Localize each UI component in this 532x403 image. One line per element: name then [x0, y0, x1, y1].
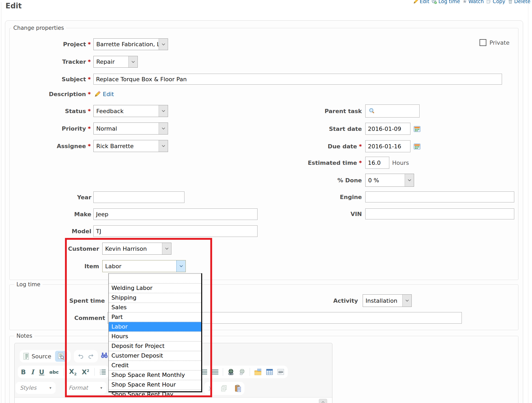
- toolbar-separator: [94, 368, 95, 376]
- paste-icon[interactable]: [235, 385, 241, 392]
- redo-icon[interactable]: [88, 354, 94, 359]
- dropdown-option[interactable]: Shop Space Rent Day: [109, 389, 201, 399]
- subscript-button[interactable]: X2: [69, 368, 77, 376]
- source-button-group: Source: [20, 350, 71, 363]
- dropdown-option[interactable]: Credit: [109, 360, 201, 370]
- parent-task-input[interactable]: [365, 104, 420, 118]
- watch-action[interactable]: ★ Watch: [462, 0, 484, 4]
- calendar-icon[interactable]: [414, 143, 421, 150]
- project-select[interactable]: Barrette Fabrication, LLC: [93, 38, 168, 50]
- tracker-select[interactable]: Repair: [93, 56, 138, 68]
- chevron-down-icon: ▾: [49, 386, 51, 390]
- due-date-input[interactable]: 2016-01-16: [365, 140, 410, 152]
- strikethrough-button[interactable]: abc: [49, 369, 59, 375]
- unlink-icon[interactable]: [239, 369, 246, 375]
- delete-action[interactable]: Delete: [508, 0, 530, 4]
- issue-edit-page: Edit Log time ★ Watch Copy Delete Edit: [0, 0, 532, 403]
- notes-legend: Notes: [14, 333, 34, 339]
- bold-button[interactable]: B: [21, 368, 26, 376]
- assignee-select[interactable]: Rick Barrette: [93, 140, 168, 152]
- dropdown-option[interactable]: Shipping: [109, 293, 201, 302]
- table-icon[interactable]: [266, 369, 273, 375]
- svg-text:3: 3: [100, 373, 101, 375]
- dropdown-option[interactable]: Part: [109, 312, 201, 322]
- description-edit-link[interactable]: Edit: [103, 91, 114, 97]
- estimated-time-input[interactable]: 16.0: [365, 157, 389, 169]
- activity-label: Activity: [287, 294, 358, 307]
- templates-button[interactable]: [55, 351, 67, 362]
- superscript-button[interactable]: X2: [82, 368, 89, 376]
- subject-input[interactable]: Replace Torque Box & Floor Pan: [93, 74, 502, 85]
- dropdown-option[interactable]: Sales: [109, 302, 201, 312]
- dropdown-option[interactable]: Customer Deposit: [109, 351, 201, 360]
- toolbar-collapse-button[interactable]: [319, 399, 327, 403]
- dropdown-option[interactable]: Labor: [109, 322, 201, 331]
- justify-block-icon[interactable]: [212, 369, 218, 375]
- item-select[interactable]: Labor: [102, 260, 186, 272]
- numbered-list-icon[interactable]: 123: [100, 369, 106, 375]
- chevron-down-icon: [128, 56, 138, 67]
- pencil-icon: [94, 91, 101, 97]
- dropdown-option[interactable]: Welding Labor: [109, 283, 201, 293]
- delete-action-label[interactable]: Delete: [514, 0, 530, 4]
- spent-time-label: Spent time: [29, 295, 105, 306]
- calendar-icon[interactable]: [414, 126, 421, 132]
- year-input[interactable]: [93, 191, 184, 203]
- chevron-down-icon: [159, 140, 168, 152]
- image-icon[interactable]: [254, 369, 262, 375]
- description-edit[interactable]: Edit: [94, 90, 114, 98]
- link-icon[interactable]: [228, 369, 234, 375]
- bulleted-list-icon[interactable]: [201, 369, 207, 375]
- description-label: Description*: [16, 90, 91, 98]
- magnifier-icon: [369, 108, 375, 114]
- chevron-down-icon: [405, 174, 414, 186]
- project-label: Project*: [16, 38, 91, 50]
- chevron-down-icon: [402, 295, 411, 307]
- horizontal-rule-icon[interactable]: [277, 369, 284, 375]
- italic-button[interactable]: I: [31, 368, 34, 376]
- start-date-label: Start date: [287, 123, 362, 135]
- dropdown-option[interactable]: Shop Space Rent Monthly: [109, 370, 201, 380]
- copy-action[interactable]: Copy: [486, 0, 505, 4]
- log-time-action-label[interactable]: Log time: [438, 0, 460, 4]
- chevron-up-icon: [321, 401, 325, 403]
- make-input[interactable]: Jeep: [93, 208, 258, 220]
- priority-select[interactable]: Normal: [93, 122, 168, 135]
- copy-icon[interactable]: [221, 385, 227, 392]
- undo-icon[interactable]: [77, 354, 84, 359]
- percent-done-label: % Done: [287, 174, 362, 187]
- log-time-action[interactable]: Log time: [432, 0, 460, 4]
- comment-label: Comment: [29, 312, 105, 324]
- format-combo[interactable]: Format ▾: [64, 382, 106, 394]
- copy-action-label[interactable]: Copy: [493, 0, 505, 4]
- source-button[interactable]: Source: [23, 353, 51, 360]
- underline-button[interactable]: U: [39, 368, 44, 376]
- chevron-down-icon: [162, 243, 171, 254]
- chevron-down-icon: [159, 105, 168, 117]
- chevron-down-icon: ▾: [100, 386, 102, 390]
- styles-combo[interactable]: Styles ▾: [16, 382, 56, 394]
- watch-action-label[interactable]: Watch: [468, 0, 484, 4]
- activity-select[interactable]: Installation: [363, 294, 412, 307]
- vin-input[interactable]: [365, 208, 514, 219]
- find-binoculars-icon[interactable]: [101, 352, 108, 359]
- customer-select[interactable]: Kevin Harrison: [102, 243, 171, 255]
- tracker-label: Tracker*: [16, 56, 91, 68]
- engine-input[interactable]: [365, 191, 514, 202]
- dropdown-option[interactable]: Deposit for Project: [109, 341, 201, 351]
- percent-done-select[interactable]: 0 %: [365, 174, 414, 187]
- svg-text:1: 1: [100, 369, 101, 371]
- private-checkbox[interactable]: [480, 39, 486, 46]
- start-date-input[interactable]: 2016-01-09: [365, 123, 410, 135]
- dropdown-option[interactable]: Shop Space Rent Hour: [109, 380, 201, 389]
- edit-action-label[interactable]: Edit: [420, 0, 429, 4]
- status-select[interactable]: Feedback: [93, 105, 168, 117]
- source-document-icon: [23, 353, 29, 360]
- model-input[interactable]: TJ: [93, 225, 258, 237]
- edit-action[interactable]: Edit: [413, 0, 429, 4]
- dropdown-option[interactable]: [109, 273, 201, 283]
- dropdown-option[interactable]: Hours: [109, 331, 201, 341]
- priority-label: Priority*: [16, 122, 91, 135]
- cut-icon[interactable]: ✂: [206, 386, 214, 391]
- model-label: Model: [16, 225, 91, 237]
